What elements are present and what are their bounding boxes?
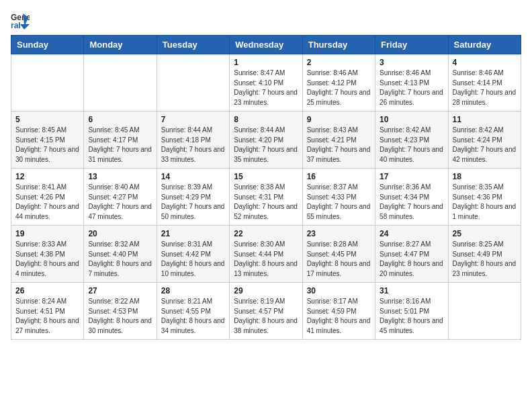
cell-content: Sunrise: 8:32 AMSunset: 4:40 PMDaylight:… [88,240,152,279]
calendar-cell: 25Sunrise: 8:25 AMSunset: 4:49 PMDayligh… [448,226,521,283]
calendar-cell: 2Sunrise: 8:46 AMSunset: 4:12 PMDaylight… [302,54,375,111]
day-number: 30 [307,286,371,295]
calendar-cell: 3Sunrise: 8:46 AMSunset: 4:13 PMDaylight… [375,54,448,111]
day-number: 5 [15,115,79,124]
calendar-cell: 17Sunrise: 8:36 AMSunset: 4:34 PMDayligh… [375,169,448,226]
cell-content: Sunrise: 8:22 AMSunset: 4:53 PMDaylight:… [88,297,152,336]
day-number: 21 [161,229,225,238]
calendar-cell: 20Sunrise: 8:32 AMSunset: 4:40 PMDayligh… [84,226,157,283]
calendar-cell: 21Sunrise: 8:31 AMSunset: 4:42 PMDayligh… [157,226,229,283]
day-header-thursday: Thursday [302,36,375,54]
calendar-cell: 8Sunrise: 8:44 AMSunset: 4:20 PMDaylight… [230,111,302,169]
cell-content: Sunrise: 8:42 AMSunset: 4:23 PMDaylight:… [380,126,443,165]
cell-content: Sunrise: 8:16 AMSunset: 5:01 PMDaylight:… [380,297,443,336]
day-number: 27 [88,286,152,295]
day-number: 11 [453,115,517,124]
day-number: 16 [307,172,371,181]
calendar-cell: 1Sunrise: 8:47 AMSunset: 4:10 PMDaylight… [230,54,302,111]
week-row: 1Sunrise: 8:47 AMSunset: 4:10 PMDaylight… [11,54,521,111]
calendar-cell: 30Sunrise: 8:17 AMSunset: 4:59 PMDayligh… [302,283,375,340]
day-number: 29 [234,286,298,295]
day-number: 19 [15,229,79,238]
cell-content: Sunrise: 8:47 AMSunset: 4:10 PMDaylight:… [234,68,298,107]
day-header-saturday: Saturday [448,36,521,54]
day-header-wednesday: Wednesday [230,36,302,54]
day-number: 24 [380,229,443,238]
cell-content: Sunrise: 8:46 AMSunset: 4:14 PMDaylight:… [453,68,517,107]
week-row: 12Sunrise: 8:41 AMSunset: 4:26 PMDayligh… [11,169,521,226]
day-number: 2 [307,58,371,67]
calendar-cell: 23Sunrise: 8:28 AMSunset: 4:45 PMDayligh… [302,226,375,283]
cell-content: Sunrise: 8:41 AMSunset: 4:26 PMDaylight:… [15,183,79,222]
logo: Gene ral [11,11,32,30]
day-number: 8 [234,115,298,124]
cell-content: Sunrise: 8:46 AMSunset: 4:12 PMDaylight:… [307,68,371,107]
cell-content: Sunrise: 8:42 AMSunset: 4:24 PMDaylight:… [453,126,517,165]
calendar-cell: 19Sunrise: 8:33 AMSunset: 4:38 PMDayligh… [11,226,84,283]
calendar-cell: 6Sunrise: 8:45 AMSunset: 4:17 PMDaylight… [84,111,157,169]
day-number: 18 [453,172,517,181]
calendar-cell [157,54,229,111]
cell-content: Sunrise: 8:38 AMSunset: 4:31 PMDaylight:… [234,183,298,222]
day-number: 23 [307,229,371,238]
cell-content: Sunrise: 8:35 AMSunset: 4:36 PMDaylight:… [453,183,517,222]
day-number: 20 [88,229,152,238]
calendar-cell: 5Sunrise: 8:45 AMSunset: 4:15 PMDaylight… [11,111,84,169]
cell-content: Sunrise: 8:28 AMSunset: 4:45 PMDaylight:… [307,240,371,279]
calendar-cell: 15Sunrise: 8:38 AMSunset: 4:31 PMDayligh… [230,169,302,226]
cell-content: Sunrise: 8:40 AMSunset: 4:27 PMDaylight:… [88,183,152,222]
day-number: 14 [161,172,225,181]
day-header-tuesday: Tuesday [157,36,229,54]
cell-content: Sunrise: 8:31 AMSunset: 4:42 PMDaylight:… [161,240,225,279]
calendar-table: SundayMondayTuesdayWednesdayThursdayFrid… [11,35,521,340]
day-number: 9 [307,115,371,124]
calendar-cell: 26Sunrise: 8:24 AMSunset: 4:51 PMDayligh… [11,283,84,340]
calendar-cell: 28Sunrise: 8:21 AMSunset: 4:55 PMDayligh… [157,283,229,340]
day-number: 31 [380,286,443,295]
cell-content: Sunrise: 8:21 AMSunset: 4:55 PMDaylight:… [161,297,225,336]
cell-content: Sunrise: 8:36 AMSunset: 4:34 PMDaylight:… [380,183,443,222]
calendar-cell: 18Sunrise: 8:35 AMSunset: 4:36 PMDayligh… [448,169,521,226]
calendar-cell: 7Sunrise: 8:44 AMSunset: 4:18 PMDaylight… [157,111,229,169]
calendar-cell: 4Sunrise: 8:46 AMSunset: 4:14 PMDaylight… [448,54,521,111]
cell-content: Sunrise: 8:24 AMSunset: 4:51 PMDaylight:… [15,297,79,336]
page-header: Gene ral [11,11,521,30]
calendar-cell: 24Sunrise: 8:27 AMSunset: 4:47 PMDayligh… [375,226,448,283]
day-number: 12 [15,172,79,181]
calendar-cell: 14Sunrise: 8:39 AMSunset: 4:29 PMDayligh… [157,169,229,226]
day-number: 22 [234,229,298,238]
day-number: 3 [380,58,443,67]
day-header-friday: Friday [375,36,448,54]
day-number: 10 [380,115,443,124]
cell-content: Sunrise: 8:45 AMSunset: 4:15 PMDaylight:… [15,126,79,165]
day-number: 26 [15,286,79,295]
day-number: 1 [234,58,298,67]
day-number: 7 [161,115,225,124]
cell-content: Sunrise: 8:45 AMSunset: 4:17 PMDaylight:… [88,126,152,165]
cell-content: Sunrise: 8:19 AMSunset: 4:57 PMDaylight:… [234,297,298,336]
calendar-cell: 27Sunrise: 8:22 AMSunset: 4:53 PMDayligh… [84,283,157,340]
calendar-cell: 9Sunrise: 8:43 AMSunset: 4:21 PMDaylight… [302,111,375,169]
day-number: 6 [88,115,152,124]
cell-content: Sunrise: 8:39 AMSunset: 4:29 PMDaylight:… [161,183,225,222]
day-header-monday: Monday [84,36,157,54]
calendar-cell: 13Sunrise: 8:40 AMSunset: 4:27 PMDayligh… [84,169,157,226]
calendar-cell: 31Sunrise: 8:16 AMSunset: 5:01 PMDayligh… [375,283,448,340]
week-row: 19Sunrise: 8:33 AMSunset: 4:38 PMDayligh… [11,226,521,283]
day-number: 15 [234,172,298,181]
cell-content: Sunrise: 8:46 AMSunset: 4:13 PMDaylight:… [380,68,443,107]
cell-content: Sunrise: 8:27 AMSunset: 4:47 PMDaylight:… [380,240,443,279]
day-number: 17 [380,172,443,181]
cell-content: Sunrise: 8:17 AMSunset: 4:59 PMDaylight:… [307,297,371,336]
cell-content: Sunrise: 8:25 AMSunset: 4:49 PMDaylight:… [453,240,517,279]
cell-content: Sunrise: 8:30 AMSunset: 4:44 PMDaylight:… [234,240,298,279]
logo-icon: Gene ral [11,11,30,30]
cell-content: Sunrise: 8:44 AMSunset: 4:18 PMDaylight:… [161,126,225,165]
calendar-cell: 16Sunrise: 8:37 AMSunset: 4:33 PMDayligh… [302,169,375,226]
week-row: 5Sunrise: 8:45 AMSunset: 4:15 PMDaylight… [11,111,521,169]
calendar-cell [448,283,521,340]
cell-content: Sunrise: 8:37 AMSunset: 4:33 PMDaylight:… [307,183,371,222]
days-header-row: SundayMondayTuesdayWednesdayThursdayFrid… [11,36,521,54]
calendar-cell: 22Sunrise: 8:30 AMSunset: 4:44 PMDayligh… [230,226,302,283]
calendar-cell: 11Sunrise: 8:42 AMSunset: 4:24 PMDayligh… [448,111,521,169]
